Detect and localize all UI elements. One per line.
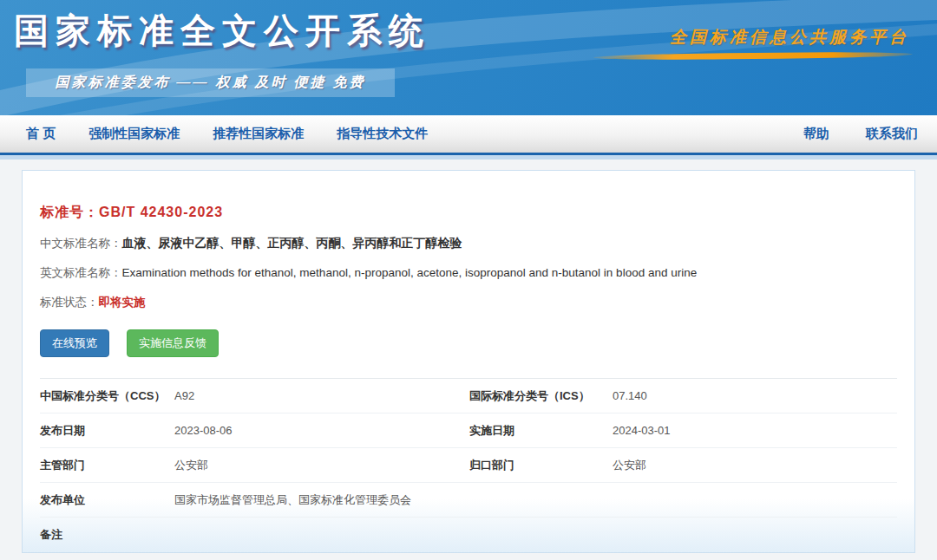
online-preview-button[interactable]: 在线预览 xyxy=(40,329,109,357)
details-table: 中国标准分类号（CCS） A92 国际标准分类号（ICS） 07.140 发布日… xyxy=(40,379,897,552)
english-name-label: 英文标准名称： xyxy=(40,266,122,279)
table-row: 中国标准分类号（CCS） A92 国际标准分类号（ICS） 07.140 xyxy=(40,379,897,413)
status-line: 标准状态：即将实施 xyxy=(40,295,897,310)
nav-item-contact-us[interactable]: 联系我们 xyxy=(866,126,918,142)
chinese-name-label: 中文标准名称： xyxy=(40,237,122,250)
status-badge: 即将实施 xyxy=(99,296,146,309)
implement-date-label: 实施日期 xyxy=(469,423,613,439)
nav-item-home[interactable]: 首 页 xyxy=(26,126,56,142)
standard-detail-panel: 标准号：GB/T 42430-2023 中文标准名称：血液、尿液中乙醇、甲醇、正… xyxy=(22,170,915,553)
chinese-name-value: 血液、尿液中乙醇、甲醇、正丙醇、丙酮、异丙醇和正丁醇检验 xyxy=(122,236,462,250)
ccs-value: A92 xyxy=(174,389,194,402)
action-buttons: 在线预览 实施信息反馈 xyxy=(40,329,897,357)
centralized-dept-value: 公安部 xyxy=(613,458,646,473)
nav-item-guiding-documents[interactable]: 指导性技术文件 xyxy=(337,126,428,142)
publish-date-label: 发布日期 xyxy=(40,423,174,439)
implement-date-value: 2024-03-01 xyxy=(613,424,671,437)
nav-item-help[interactable]: 帮助 xyxy=(803,126,829,142)
standard-number-label: 标准号： xyxy=(40,205,99,219)
publish-date-value: 2023-08-06 xyxy=(174,424,233,437)
site-title: 国家标准全文公开系统 xyxy=(14,7,430,55)
table-row: 发布单位 国家市场监督管理总局、国家标准化管理委员会 xyxy=(40,483,897,518)
site-header: 国家标准全文公开系统 国家标准委发布 —— 权威 及时 便捷 免费 全国标准信息… xyxy=(0,0,937,115)
status-label: 标准状态： xyxy=(40,296,99,309)
issuing-unit-label: 发布单位 xyxy=(40,492,174,508)
standard-number: GB/T 42430-2023 xyxy=(99,205,223,219)
nav-item-mandatory-standards[interactable]: 强制性国家标准 xyxy=(88,126,180,142)
table-row: 备注 xyxy=(40,518,897,552)
remarks-label: 备注 xyxy=(40,527,174,543)
standard-number-line: 标准号：GB/T 42430-2023 xyxy=(40,204,897,222)
main-nav: 首 页 强制性国家标准 推荐性国家标准 指导性技术文件 帮助 联系我们 xyxy=(0,115,937,155)
english-name-value: Examination methods for ethanol, methano… xyxy=(122,266,698,279)
site-subtitle-banner: 国家标准委发布 —— 权威 及时 便捷 免费 xyxy=(26,68,395,97)
table-row: 发布日期 2023-08-06 实施日期 2024-03-01 xyxy=(40,413,897,448)
implementation-feedback-button[interactable]: 实施信息反馈 xyxy=(127,329,219,357)
site-subtitle: 国家标准委发布 —— 权威 及时 便捷 免费 xyxy=(56,74,366,92)
chinese-name-line: 中文标准名称：血液、尿液中乙醇、甲醇、正丙醇、丙酮、异丙醇和正丁醇检验 xyxy=(40,236,897,251)
ics-value: 07.140 xyxy=(613,389,647,402)
english-name-line: 英文标准名称：Examination methods for ethanol, … xyxy=(40,265,897,281)
platform-logo-text[interactable]: 全国标准信息公共服务平台 xyxy=(670,26,909,49)
nav-item-recommended-standards[interactable]: 推荐性国家标准 xyxy=(213,126,304,142)
ics-label: 国际标准分类号（ICS） xyxy=(469,388,613,404)
issuing-unit-value: 国家市场监督管理总局、国家标准化管理委员会 xyxy=(174,492,411,508)
competent-dept-value: 公安部 xyxy=(174,458,208,473)
ccs-label: 中国标准分类号（CCS） xyxy=(40,388,174,404)
table-row: 主管部门 公安部 归口部门 公安部 xyxy=(40,448,897,483)
competent-dept-label: 主管部门 xyxy=(40,458,174,473)
centralized-dept-label: 归口部门 xyxy=(469,458,613,473)
